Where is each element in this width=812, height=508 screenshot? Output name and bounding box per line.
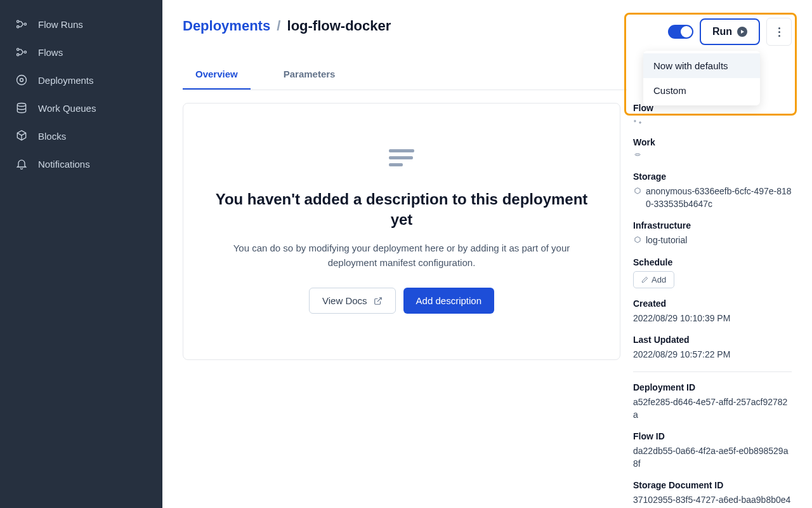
work-queues-icon	[15, 102, 28, 114]
side-storage-doc-label: Storage Document ID	[633, 480, 792, 490]
side-deployment-id-value: a52fe285-d646-4e57-affd-257acf92782a	[633, 396, 792, 421]
nav-blocks[interactable]: Blocks	[0, 122, 162, 150]
side-updated-label: Last Updated	[633, 335, 792, 345]
blocks-icon	[15, 130, 28, 142]
side-panel: Flow Work Storage anonymous-6336eefb-6cf…	[633, 103, 792, 508]
side-flow-id-value: da22db55-0a66-4f2a-ae5f-e0b898529a8f	[633, 445, 792, 470]
side-storage-label: Storage	[633, 171, 792, 182]
enable-toggle[interactable]	[668, 25, 693, 39]
svg-point-7	[20, 79, 23, 82]
svg-point-6	[17, 76, 27, 85]
cube-icon	[633, 236, 642, 244]
nav-label: Work Queues	[38, 103, 96, 114]
side-flow-id-label: Flow ID	[633, 431, 792, 441]
description-empty-state: You haven't added a description to this …	[183, 103, 620, 360]
empty-title: You haven't added a description to this …	[214, 189, 589, 231]
flow-icon	[633, 118, 642, 127]
nav-label: Flows	[38, 47, 63, 58]
add-schedule-button[interactable]: Add	[633, 271, 674, 288]
run-button[interactable]: Run	[700, 18, 760, 45]
external-link-icon	[374, 297, 383, 305]
play-icon	[737, 27, 747, 37]
side-created-value: 2022/08/29 10:10:39 PM	[633, 312, 730, 325]
main-content: Deployments / log-flow-docker Run Now wi…	[162, 0, 812, 508]
run-label: Run	[712, 26, 732, 37]
side-updated-value: 2022/08/29 10:57:22 PM	[633, 349, 730, 361]
side-infra-value: log-tutorial	[646, 234, 687, 247]
svg-point-10	[639, 122, 641, 123]
queue-icon	[633, 152, 642, 161]
nav-work-queues[interactable]: Work Queues	[0, 94, 162, 122]
tabs: Overview Parameters	[183, 61, 627, 90]
side-deployment-id-label: Deployment ID	[633, 382, 792, 392]
add-description-button[interactable]: Add description	[403, 288, 494, 314]
tab-parameters[interactable]: Parameters	[271, 61, 348, 90]
nav-flow-runs[interactable]: Flow Runs	[0, 10, 162, 38]
nav-flows[interactable]: Flows	[0, 38, 162, 66]
nav-deployments[interactable]: Deployments	[0, 66, 162, 94]
nav-label: Deployments	[38, 75, 94, 86]
side-infra-label: Infrastructure	[633, 220, 792, 231]
svg-point-11	[635, 154, 640, 156]
flow-runs-icon	[15, 18, 28, 30]
more-menu-button[interactable]	[766, 18, 792, 46]
svg-point-5	[24, 51, 26, 53]
svg-point-1	[17, 26, 19, 28]
nav-notifications[interactable]: Notifications	[0, 150, 162, 178]
nav-label: Blocks	[38, 131, 66, 142]
nav-label: Flow Runs	[38, 19, 83, 30]
empty-subtitle: You can do so by modifying your deployme…	[224, 241, 579, 271]
cube-icon	[633, 187, 642, 196]
svg-point-9	[634, 121, 636, 122]
dropdown-custom[interactable]: Custom	[643, 78, 760, 103]
svg-point-8	[17, 104, 25, 107]
flows-icon	[15, 46, 28, 58]
svg-point-2	[24, 23, 26, 25]
side-created-label: Created	[633, 298, 792, 309]
run-dropdown: Now with defaults Custom	[643, 51, 760, 105]
breadcrumb-current: log-flow-docker	[287, 18, 391, 34]
nav-label: Notifications	[38, 159, 90, 170]
breadcrumb-parent[interactable]: Deployments	[183, 18, 270, 34]
breadcrumb: Deployments / log-flow-docker	[183, 18, 391, 34]
side-schedule-label: Schedule	[633, 257, 792, 267]
tab-overview[interactable]: Overview	[183, 61, 251, 90]
dropdown-now-defaults[interactable]: Now with defaults	[643, 53, 760, 78]
deployments-icon	[15, 74, 28, 86]
side-storage-value: anonymous-6336eefb-6cfc-497e-8180-333535…	[646, 185, 792, 210]
svg-point-0	[17, 20, 19, 22]
pencil-icon	[641, 276, 648, 283]
svg-point-4	[17, 54, 19, 56]
sidebar: Flow Runs Flows Deployments Work Queues …	[0, 0, 162, 508]
side-storage-doc-value: 37102955-83f5-4727-a6ed-baa9b8b0e424	[633, 494, 792, 508]
notifications-icon	[15, 157, 28, 170]
view-docs-button[interactable]: View Docs	[309, 288, 396, 314]
empty-icon	[214, 149, 589, 166]
svg-point-3	[17, 48, 19, 50]
side-work-label: Work	[633, 137, 792, 147]
